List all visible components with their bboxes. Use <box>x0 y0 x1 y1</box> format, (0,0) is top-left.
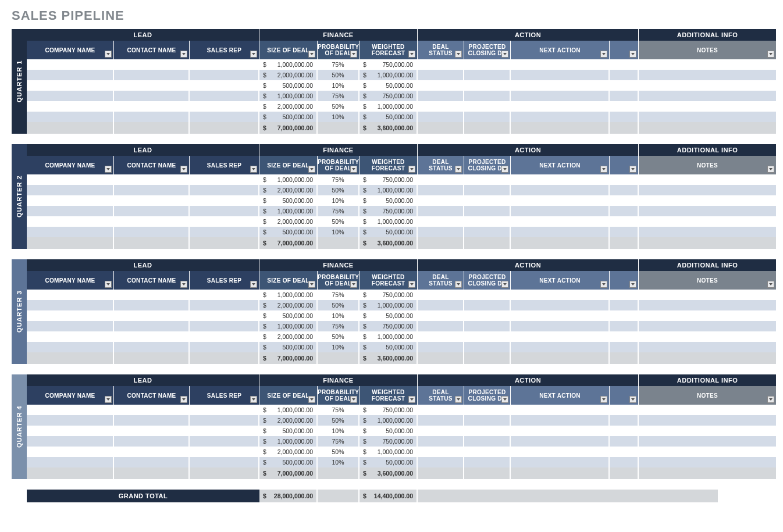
cell-prob[interactable]: 10% <box>318 310 360 321</box>
cell-contact[interactable] <box>114 447 190 457</box>
filter-dropdown-icon[interactable] <box>600 166 607 173</box>
cell-prob[interactable]: 75% <box>318 290 360 300</box>
cell-closing[interactable] <box>464 216 511 227</box>
cell-notes[interactable] <box>639 206 776 216</box>
cell-next[interactable] <box>511 101 610 112</box>
cell-notes[interactable] <box>639 331 776 342</box>
cell-notes[interactable] <box>639 91 776 101</box>
cell-company[interactable] <box>27 300 114 310</box>
cell-prob[interactable]: 10% <box>318 80 360 91</box>
cell-next[interactable] <box>511 112 610 122</box>
cell-forecast[interactable]: $50,000.00 <box>360 112 418 122</box>
cell-company[interactable] <box>27 174 114 185</box>
cell-size[interactable]: $2,000,000.00 <box>259 447 318 457</box>
cell-blank[interactable] <box>610 70 639 80</box>
filter-dropdown-icon[interactable] <box>408 281 415 288</box>
cell-contact[interactable] <box>114 70 190 80</box>
cell-forecast[interactable]: $1,000,000.00 <box>360 185 418 195</box>
cell-size[interactable]: $500,000.00 <box>259 342 318 352</box>
column-header-blank[interactable] <box>610 41 639 59</box>
cell-contact[interactable] <box>114 300 190 310</box>
column-header-size[interactable]: SIZE OF DEAL <box>259 41 318 59</box>
cell-contact[interactable] <box>114 80 190 91</box>
cell-blank[interactable] <box>610 300 639 310</box>
cell-closing[interactable] <box>464 310 511 321</box>
cell-rep[interactable] <box>190 70 259 80</box>
column-header-blank[interactable] <box>610 156 639 174</box>
cell-status[interactable] <box>418 447 464 457</box>
cell-rep[interactable] <box>190 227 259 237</box>
cell-company[interactable] <box>27 59 114 70</box>
cell-closing[interactable] <box>464 70 511 80</box>
cell-closing[interactable] <box>464 331 511 342</box>
cell-size[interactable]: $2,000,000.00 <box>259 185 318 195</box>
filter-dropdown-icon[interactable] <box>350 281 357 288</box>
cell-forecast[interactable]: $750,000.00 <box>360 91 418 101</box>
cell-company[interactable] <box>27 195 114 206</box>
filter-dropdown-icon[interactable] <box>105 166 112 173</box>
cell-next[interactable] <box>511 342 610 352</box>
column-header-forecast[interactable]: WEIGHTED FORECAST <box>360 386 418 405</box>
filter-dropdown-icon[interactable] <box>455 166 462 173</box>
cell-prob[interactable]: 75% <box>318 206 360 216</box>
cell-company[interactable] <box>27 80 114 91</box>
filter-dropdown-icon[interactable] <box>105 51 112 58</box>
filter-dropdown-icon[interactable] <box>250 166 257 173</box>
cell-next[interactable] <box>511 405 610 415</box>
cell-rep[interactable] <box>190 300 259 310</box>
cell-size[interactable]: $2,000,000.00 <box>259 101 318 112</box>
cell-contact[interactable] <box>114 405 190 415</box>
cell-contact[interactable] <box>114 195 190 206</box>
column-header-next[interactable]: NEXT ACTION <box>511 386 610 405</box>
cell-size[interactable]: $1,000,000.00 <box>259 290 318 300</box>
cell-rep[interactable] <box>190 436 259 447</box>
filter-dropdown-icon[interactable] <box>105 396 112 403</box>
filter-dropdown-icon[interactable] <box>767 51 774 58</box>
cell-contact[interactable] <box>114 426 190 436</box>
cell-forecast[interactable]: $1,000,000.00 <box>360 331 418 342</box>
filter-dropdown-icon[interactable] <box>408 51 415 58</box>
cell-notes[interactable] <box>639 216 776 227</box>
cell-notes[interactable] <box>639 227 776 237</box>
cell-blank[interactable] <box>610 321 639 331</box>
cell-forecast[interactable]: $1,000,000.00 <box>360 447 418 457</box>
cell-next[interactable] <box>511 206 610 216</box>
cell-prob[interactable]: 10% <box>318 426 360 436</box>
column-header-contact[interactable]: CONTACT NAME <box>114 386 190 405</box>
column-header-company[interactable]: COMPANY NAME <box>27 41 114 59</box>
cell-forecast[interactable]: $1,000,000.00 <box>360 300 418 310</box>
cell-closing[interactable] <box>464 227 511 237</box>
cell-status[interactable] <box>418 174 464 185</box>
column-header-rep[interactable]: SALES REP <box>190 386 259 405</box>
column-header-contact[interactable]: CONTACT NAME <box>114 156 190 174</box>
cell-status[interactable] <box>418 342 464 352</box>
column-header-notes[interactable]: NOTES <box>639 41 776 59</box>
cell-status[interactable] <box>418 436 464 447</box>
cell-rep[interactable] <box>190 185 259 195</box>
cell-contact[interactable] <box>114 457 190 467</box>
cell-status[interactable] <box>418 101 464 112</box>
filter-dropdown-icon[interactable] <box>250 51 257 58</box>
cell-blank[interactable] <box>610 310 639 321</box>
cell-size[interactable]: $1,000,000.00 <box>259 405 318 415</box>
column-header-next[interactable]: NEXT ACTION <box>511 156 610 174</box>
cell-status[interactable] <box>418 415 464 426</box>
cell-forecast[interactable]: $750,000.00 <box>360 405 418 415</box>
cell-contact[interactable] <box>114 59 190 70</box>
cell-next[interactable] <box>511 447 610 457</box>
filter-dropdown-icon[interactable] <box>350 396 357 403</box>
cell-notes[interactable] <box>639 310 776 321</box>
cell-size[interactable]: $500,000.00 <box>259 426 318 436</box>
cell-notes[interactable] <box>639 112 776 122</box>
cell-prob[interactable]: 50% <box>318 216 360 227</box>
column-header-status[interactable]: DEAL STATUS <box>418 386 464 405</box>
cell-next[interactable] <box>511 321 610 331</box>
column-header-prob[interactable]: PROBABILITY OF DEAL <box>318 41 360 59</box>
column-header-notes[interactable]: NOTES <box>639 386 776 405</box>
cell-rep[interactable] <box>190 195 259 206</box>
cell-blank[interactable] <box>610 195 639 206</box>
cell-company[interactable] <box>27 101 114 112</box>
cell-company[interactable] <box>27 206 114 216</box>
cell-forecast[interactable]: $1,000,000.00 <box>360 216 418 227</box>
cell-next[interactable] <box>511 80 610 91</box>
